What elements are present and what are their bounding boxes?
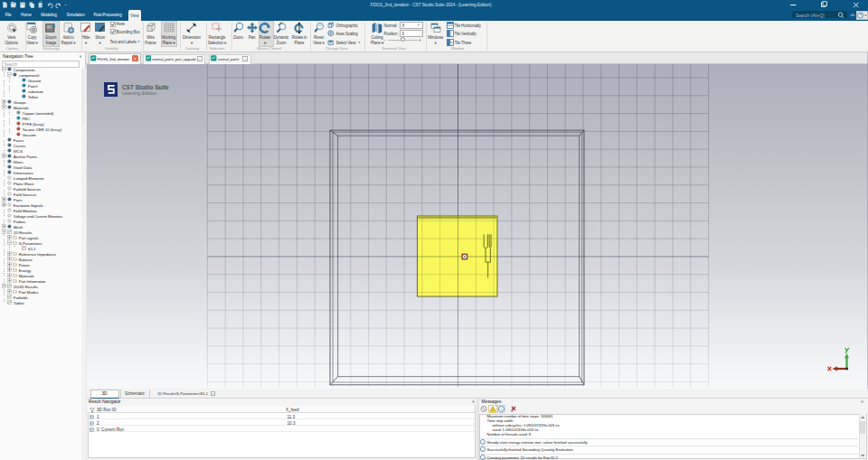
svg-text:?: ? (859, 12, 862, 17)
